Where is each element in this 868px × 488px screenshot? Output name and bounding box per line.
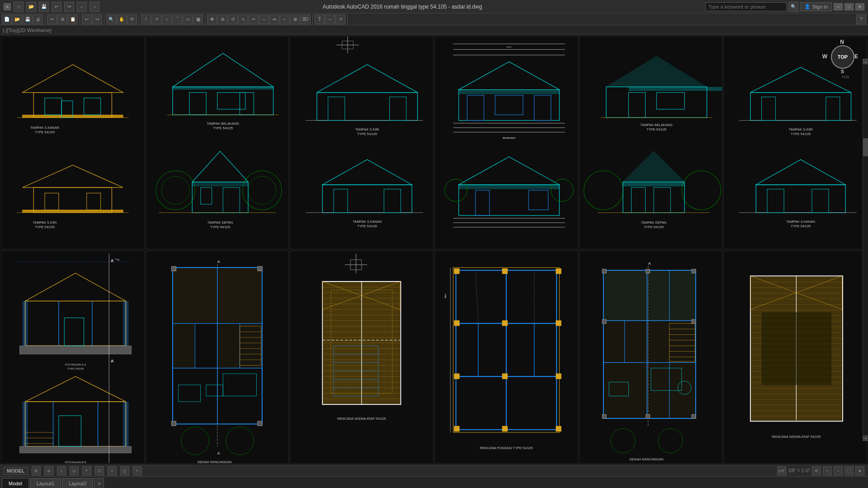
rotate-icon[interactable]: ↺ [228,14,238,24]
svg-text:A: A [217,451,220,455]
line-icon[interactable]: / [141,14,151,24]
scroll-down-button[interactable]: ▼ [863,436,868,441]
open-icon[interactable]: 📂 [12,14,22,24]
undo-button[interactable]: ↩ [52,2,61,12]
redo-button[interactable]: ↪ [64,2,74,12]
layout1-tab[interactable]: Layout1 [30,478,61,488]
sign-in-button[interactable]: 👤 Sign In [800,2,832,11]
model-status[interactable]: MODEL [4,467,28,474]
scale-icon[interactable]: ⤡ [238,14,248,24]
svg-rect-10 [33,188,112,213]
zoom-icon[interactable]: 🔍 [106,14,116,24]
zoom-plus-icon[interactable]: + [823,466,832,475]
model-tab[interactable]: Model [2,478,29,488]
lineweight-icon[interactable]: ≡ [108,466,117,475]
new-button[interactable]: □ [14,2,24,12]
save-button[interactable]: 💾 [39,2,49,12]
viewport-label-bar: [-][Top][2D Wireframe] [0,25,868,35]
svg-rect-32 [200,188,212,204]
paste-icon[interactable]: 📋 [68,14,78,24]
cut-icon[interactable]: ✂ [47,14,57,24]
compass-north-label: N [840,39,844,45]
search-button[interactable]: 🔍 [788,2,798,12]
scroll-up-button[interactable]: ▲ [863,59,868,64]
app-menu-button[interactable]: A [4,3,11,10]
layout2-tab[interactable]: Layout2 [62,478,93,488]
viewport-cell-9[interactable]: RENCANA SKEMA ATAP 54/105 [290,250,434,464]
snap-icon[interactable]: ⊕ [44,466,53,475]
app-status-icon[interactable]: ★ [855,466,864,475]
transparency-icon[interactable]: ◫ [120,466,129,475]
viewport-cell-4[interactable]: === dimension [434,36,578,249]
svg-text:TAMPAK S.KANAN: TAMPAK S.KANAN [787,220,816,224]
nav-forward-button[interactable]: → [90,2,99,12]
fillet-icon[interactable]: ⌐ [280,14,290,24]
drawing-12: RENCANA SKEMA ATAP 54/105 [724,251,867,463]
leader-icon[interactable]: ↗ [335,14,345,24]
toolbar: 📄 📂 💾 🖨 ✂ ⧉ 📋 ↩ ↪ 🔍 ✋ ⟳ / ↗ ○ ⌒ ▭ ▦ ✥ ⧉ … [0,14,868,25]
trim-icon[interactable]: ✂ [249,14,259,24]
viewport-cell-10[interactable]: dim RENCANA PONDASI TYPE 54/105 [434,250,578,464]
svg-rect-74 [476,190,490,216]
undo-icon[interactable]: ↩ [82,14,92,24]
nav-back-button[interactable]: ← [77,2,87,12]
array-icon[interactable]: ⊞ [290,14,300,24]
workspace-icon[interactable]: ⚙ [812,466,821,475]
viewport-cell-2[interactable]: TAMPAK BELAKANG TYPE 54/105 [146,36,289,249]
title-bar-right: ─ □ ✕ [834,3,864,10]
redo-icon[interactable]: ↪ [92,14,102,24]
minimize-button[interactable]: ─ [834,3,843,10]
copy-mod-icon[interactable]: ⧉ [217,14,227,24]
scrollbar-thumb[interactable] [863,138,868,156]
viewport-cell-1[interactable]: TAMPAK S.KANAN TYPE 54/105 TAMPAK S.KIRI… [1,36,145,249]
grid-icon[interactable]: ⊞ [32,466,41,475]
svg-text:TYPE 54/105: TYPE 54/105 [646,127,666,131]
toolbar-group-tools: / ↗ ○ ⌒ ▭ ▦ [141,14,205,24]
maximize-button[interactable]: □ [844,3,854,10]
copy-icon[interactable]: ⧉ [57,14,67,24]
mirror-icon[interactable]: ⇔ [269,14,279,24]
svg-rect-39 [317,93,418,121]
dimension-icon[interactable]: ↔ [325,14,335,24]
viewport-cell-12[interactable]: RENCANA SKEMA ATAP 54/105 [723,250,867,464]
add-layout-button[interactable]: + [94,478,104,488]
app-title: Autodesk AutoCAD 2016 rumah tinggal type… [99,4,705,10]
move-icon[interactable]: ✥ [207,14,217,24]
viewport-cell-3[interactable]: TAMPAK S.KIRI TYPE 54/105 TAMPAK S.KANAN… [290,36,434,249]
circle-icon[interactable]: ○ [162,14,172,24]
drawing-10: dim RENCANA PONDASI TYPE 54/105 [435,251,578,463]
hatch-icon[interactable]: ▦ [193,14,203,24]
viewport-cell-11[interactable]: A [579,250,723,464]
print-icon[interactable]: 🖨 [33,14,43,24]
help-icon[interactable]: ? [856,14,866,24]
toolbar-group-modify: ✥ ⧉ ↺ ⤡ ✂ ↔ ⇔ ⌐ ⊞ ⌦ [207,14,313,24]
save-icon[interactable]: 💾 [23,14,33,24]
text-icon[interactable]: T [315,14,325,24]
svg-rect-93 [623,182,684,187]
select-icon[interactable]: ↖ [133,466,142,475]
scale-list-icon[interactable]: 1/8" [777,466,786,475]
osnap-icon[interactable]: ⌖ [82,466,91,475]
polar-icon[interactable]: ◎ [70,466,79,475]
svg-point-272 [658,428,683,453]
rectangle-icon[interactable]: ▭ [183,14,193,24]
search-input[interactable] [705,2,787,11]
close-button[interactable]: ✕ [855,3,864,10]
fullscreen-icon[interactable]: ⛶ [844,466,854,475]
zoom-minus-icon[interactable]: − [834,466,843,475]
orbit-icon[interactable]: ⟳ [127,14,137,24]
open-button[interactable]: 📂 [26,2,36,12]
viewport-cell-5[interactable]: TAMPAK BELAKANG TYPE 54/105 TAMPAK DEPAN… [579,36,723,249]
extend-icon[interactable]: ↔ [259,14,269,24]
polyline-icon[interactable]: ↗ [151,14,161,24]
erase-icon[interactable]: ⌦ [301,14,311,24]
arc-icon[interactable]: ⌒ [172,14,182,24]
viewport-cell-8[interactable]: A [146,250,289,464]
viewport-cell-7[interactable]: A [1,250,145,464]
ortho-icon[interactable]: ⊥ [57,466,66,475]
scrollbar[interactable]: ▲ ▼ [863,59,868,441]
svg-rect-162 [206,385,223,396]
new-icon[interactable]: 📄 [2,14,12,24]
otrack-icon[interactable]: ⊡ [95,466,104,475]
pan-icon[interactable]: ✋ [117,14,127,24]
